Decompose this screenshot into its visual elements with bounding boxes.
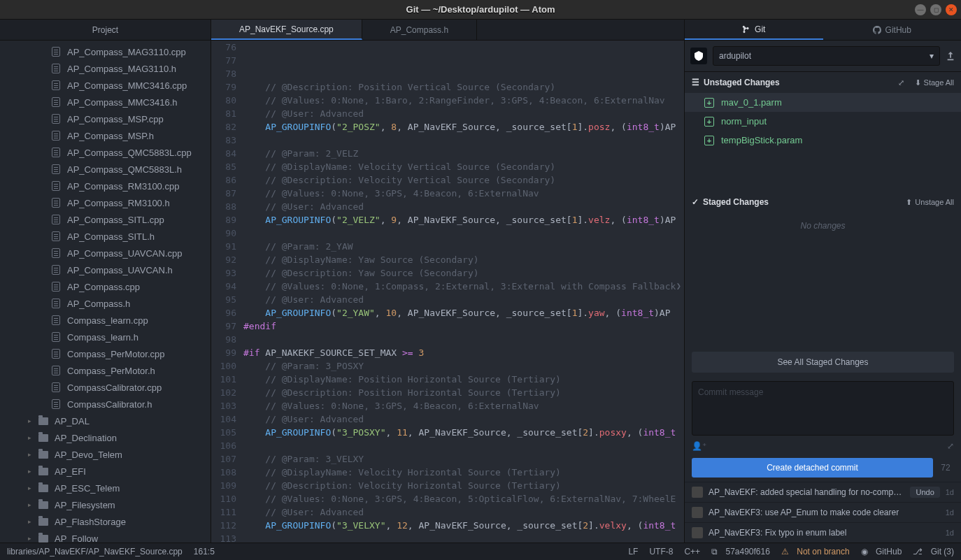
code-line[interactable]: // @Param: 3_POSXY bbox=[243, 359, 684, 373]
file-item[interactable]: AP_Compass_MMC3416.h bbox=[0, 94, 211, 110]
folder-item[interactable]: ▸AP_EFI bbox=[0, 463, 211, 480]
code-line[interactable]: // @Description: Position Horizontal Sou… bbox=[243, 386, 684, 399]
file-item[interactable]: AP_Compass_UAVCAN.h bbox=[0, 261, 211, 278]
status-commit[interactable]: ⧉ 57a490f616 bbox=[711, 547, 770, 557]
file-item[interactable]: AP_Compass_RM3100.cpp bbox=[0, 178, 211, 194]
file-item[interactable]: AP_Compass_QMC5883L.h bbox=[0, 161, 211, 178]
code-line[interactable]: // @DisplayName: Position Horizontal Sou… bbox=[243, 373, 684, 386]
code-line[interactable]: // @Values: 0:None, 3:GPS, 4:Beacon, 6:E… bbox=[243, 399, 684, 412]
code-line[interactable]: // @Values: 0:None, 1:Baro, 2:RangeFinde… bbox=[243, 94, 684, 107]
recent-commit-item[interactable]: AP_NavEKF3: use AP_Enum to make code cle… bbox=[685, 502, 961, 522]
code-line[interactable] bbox=[243, 134, 684, 147]
file-item[interactable]: AP_Compass_MSP.cpp bbox=[0, 110, 211, 127]
status-pos[interactable]: 161:5 bbox=[194, 547, 215, 557]
file-item[interactable]: AP_Compass_MSP.h bbox=[0, 127, 211, 144]
code-content[interactable]: ❯ // @Description: Position Vertical Sou… bbox=[243, 41, 684, 543]
code-line[interactable]: AP_GROUPINFO("3_VELXY", 12, AP_NavEKF_So… bbox=[243, 519, 684, 532]
code-line[interactable]: AP_GROUPINFO("3_POSXY", 11, AP_NavEKF_So… bbox=[243, 426, 684, 439]
tab-git[interactable]: Git bbox=[685, 20, 823, 40]
code-line[interactable]: // @Param: 2_YAW bbox=[243, 240, 684, 253]
unstage-all-button[interactable]: ⬆ Unstage All bbox=[906, 198, 954, 207]
code-line[interactable]: AP_GROUPINFO("2_VELZ", 9, AP_NavEKF_Sour… bbox=[243, 213, 684, 227]
file-item[interactable]: AP_Compass_RM3100.h bbox=[0, 194, 211, 211]
folder-item[interactable]: ▸AP_Follow bbox=[0, 530, 211, 543]
file-item[interactable]: AP_Compass_MAG3110.h bbox=[0, 60, 211, 77]
code-line[interactable]: // @Description: Velocity Horizontal Sou… bbox=[243, 479, 684, 492]
file-tree[interactable]: AP_Compass_MAG3110.cppAP_Compass_MAG3110… bbox=[0, 41, 211, 543]
editor-tab[interactable]: AP_Compass.h bbox=[362, 20, 477, 40]
file-item[interactable]: AP_Compass_MAG3110.cpp bbox=[0, 43, 211, 60]
code-line[interactable] bbox=[243, 439, 684, 452]
expand-icon[interactable]: ⤢ bbox=[947, 441, 954, 451]
editor-body[interactable]: 7677787980818283848586878889909192939495… bbox=[211, 41, 684, 543]
code-line[interactable]: // @Description: Velocity Vertical Sourc… bbox=[243, 173, 684, 187]
code-line[interactable]: // @DisplayName: Yaw Source (Secondary) bbox=[243, 253, 684, 266]
unstaged-item[interactable]: +tempBigStick.param bbox=[685, 131, 961, 150]
file-item[interactable]: AP_Compass_QMC5883L.cpp bbox=[0, 144, 211, 161]
status-enc[interactable]: UTF-8 bbox=[649, 547, 673, 557]
folder-item[interactable]: ▸AP_Filesystem bbox=[0, 496, 211, 513]
push-icon[interactable] bbox=[946, 51, 955, 61]
status-path[interactable]: libraries/AP_NavEKF/AP_NavEKF_Source.cpp bbox=[7, 547, 183, 557]
file-item[interactable]: Compass_PerMotor.cpp bbox=[0, 345, 211, 362]
folder-item[interactable]: ▸AP_Devo_Telem bbox=[0, 446, 211, 463]
close-button[interactable]: ✕ bbox=[946, 4, 957, 15]
code-line[interactable]: // @DisplayName: Velocity Horizontal Sou… bbox=[243, 466, 684, 479]
code-line[interactable]: // @Description: Yaw Source (Secondary) bbox=[243, 266, 684, 280]
code-line[interactable] bbox=[243, 532, 684, 543]
status-lf[interactable]: LF bbox=[628, 547, 638, 557]
code-line[interactable]: // @User: Advanced bbox=[243, 107, 684, 120]
file-item[interactable]: Compass_learn.cpp bbox=[0, 312, 211, 329]
file-item[interactable]: CompassCalibrator.h bbox=[0, 396, 211, 412]
code-line[interactable]: AP_GROUPINFO("2_YAW", 10, AP_NavEKF_Sour… bbox=[243, 306, 684, 320]
recent-commit-item[interactable]: AP_NavEKF3: Fix typo in enum label1d bbox=[685, 522, 961, 543]
code-line[interactable]: // @Values: 0:None, 3:GPS, 4:Beacon, 6:E… bbox=[243, 187, 684, 200]
minimize-button[interactable]: — bbox=[915, 4, 926, 15]
file-item[interactable]: AP_Compass_SITL.cpp bbox=[0, 211, 211, 228]
code-line[interactable]: // @User: Advanced bbox=[243, 505, 684, 519]
code-line[interactable]: // @DisplayName: Velocity Vertical Sourc… bbox=[243, 160, 684, 173]
status-github[interactable]: ◉ GitHub bbox=[861, 547, 902, 557]
code-line[interactable] bbox=[243, 227, 684, 240]
status-branch[interactable]: ⚠ Not on branch bbox=[781, 547, 850, 557]
code-line[interactable]: // @Values: 0:None, 1:Compass, 2:Externa… bbox=[243, 280, 684, 293]
maximize-button[interactable]: ◻ bbox=[930, 4, 941, 15]
file-item[interactable]: AP_Compass_UAVCAN.cpp bbox=[0, 245, 211, 261]
status-lang[interactable]: C++ bbox=[684, 547, 700, 557]
file-item[interactable]: AP_Compass_MMC3416.cpp bbox=[0, 77, 211, 94]
code-line[interactable]: // @User: Advanced bbox=[243, 293, 684, 306]
code-line[interactable] bbox=[243, 333, 684, 346]
file-item[interactable]: Compass_PerMotor.h bbox=[0, 362, 211, 379]
code-line[interactable]: // @Description: Position Vertical Sourc… bbox=[243, 80, 684, 94]
folder-item[interactable]: ▸AP_ESC_Telem bbox=[0, 480, 211, 496]
undo-button[interactable]: Undo bbox=[910, 487, 939, 498]
file-item[interactable]: AP_Compass.cpp bbox=[0, 278, 211, 295]
code-line[interactable]: // @User: Advanced bbox=[243, 412, 684, 426]
see-all-button[interactable]: See All Staged Changes bbox=[692, 352, 954, 373]
fold-arrow-icon[interactable]: ❯ bbox=[676, 280, 681, 293]
tab-github[interactable]: GitHub bbox=[823, 20, 962, 40]
code-line[interactable]: // @Values: 0:None, 3:GPS, 4:Beacon, 5:O… bbox=[243, 492, 684, 505]
commit-message-input[interactable]: Commit message bbox=[692, 381, 954, 436]
code-line[interactable]: // @User: Advanced bbox=[243, 200, 684, 213]
folder-item[interactable]: ▸AP_Declination bbox=[0, 429, 211, 446]
unstaged-item[interactable]: +norm_input bbox=[685, 112, 961, 131]
file-item[interactable]: Compass_learn.h bbox=[0, 329, 211, 345]
code-line[interactable]: #endif bbox=[243, 320, 684, 333]
stage-all-button[interactable]: ⤢ ⬇ Stage All bbox=[898, 78, 954, 87]
status-git[interactable]: ⎇ Git (3) bbox=[913, 547, 954, 557]
code-line[interactable]: AP_GROUPINFO("2_POSZ", 8, AP_NavEKF_Sour… bbox=[243, 120, 684, 134]
file-item[interactable]: AP_Compass.h bbox=[0, 295, 211, 312]
coauthor-icon[interactable]: 👤⁺ bbox=[692, 441, 706, 451]
file-item[interactable]: CompassCalibrator.cpp bbox=[0, 379, 211, 396]
unstaged-item[interactable]: +mav_0_1.parm bbox=[685, 93, 961, 112]
file-item[interactable]: AP_Compass_SITL.h bbox=[0, 228, 211, 245]
folder-item[interactable]: ▸AP_FlashStorage bbox=[0, 513, 211, 530]
code-line[interactable]: #if AP_NAKEKF_SOURCE_SET_MAX >= 3 bbox=[243, 346, 684, 359]
editor-tab[interactable]: AP_NavEKF_Source.cpp bbox=[211, 20, 362, 40]
code-line[interactable]: // @Param: 2_VELZ bbox=[243, 147, 684, 160]
recent-commit-item[interactable]: AP_NavEKF: added special handling for no… bbox=[685, 482, 961, 502]
code-line[interactable]: // @Param: 3_VELXY bbox=[243, 452, 684, 466]
folder-item[interactable]: ▸AP_DAL bbox=[0, 412, 211, 429]
commit-button[interactable]: Create detached commit bbox=[692, 458, 933, 478]
